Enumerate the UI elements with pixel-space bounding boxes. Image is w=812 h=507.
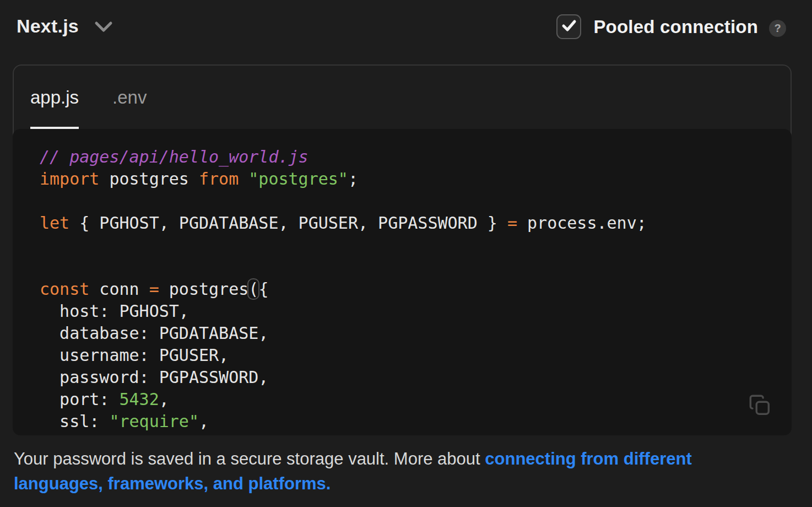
checkmark-icon xyxy=(561,19,577,35)
code-line: ssl: "require", xyxy=(40,411,792,433)
pooled-connection-group: Pooled connection ? xyxy=(556,14,786,39)
copy-button[interactable] xyxy=(746,392,773,419)
pooled-connection-checkbox[interactable] xyxy=(556,14,581,39)
code-line: username: PGUSER, xyxy=(40,344,792,366)
code-line: password: PGPASSWORD, xyxy=(40,366,792,389)
framework-selector-value: Next.js xyxy=(17,15,79,37)
footer-text: Your password is saved in a secure stora… xyxy=(14,449,485,468)
tab-env[interactable]: .env xyxy=(112,66,147,129)
code-line: const conn = postgres({ xyxy=(40,278,792,300)
framework-selector[interactable]: Next.js xyxy=(17,15,113,37)
code-line: // pages/api/hello_world.js xyxy=(40,146,792,168)
code-content: // pages/api/hello_world.jsimport postgr… xyxy=(13,129,792,433)
chevron-down-icon xyxy=(94,21,113,35)
code-block: // pages/api/hello_world.jsimport postgr… xyxy=(13,129,792,435)
tab-strip: app.js .env xyxy=(14,66,791,129)
code-line: host: PGHOST, xyxy=(40,300,792,322)
code-line xyxy=(40,256,792,278)
help-icon[interactable]: ? xyxy=(769,20,786,37)
tab-label: .env xyxy=(112,87,147,108)
code-line: database: PGDATABASE, xyxy=(40,322,792,344)
code-line: port: 5432, xyxy=(40,389,792,411)
tab-app-js[interactable]: app.js xyxy=(30,66,79,129)
footer-note: Your password is saved in a secure stora… xyxy=(14,446,714,496)
tab-label: app.js xyxy=(30,87,79,108)
pooled-connection-label: Pooled connection xyxy=(593,17,758,37)
code-panel: app.js .env // pages/api/hello_world.jsi… xyxy=(13,64,792,435)
code-line xyxy=(40,234,792,256)
code-line: let { PGHOST, PGDATABASE, PGUSER, PGPASS… xyxy=(40,212,792,234)
code-line xyxy=(40,190,792,212)
code-line: import postgres from "postgres"; xyxy=(40,168,792,190)
copy-icon xyxy=(747,392,772,419)
